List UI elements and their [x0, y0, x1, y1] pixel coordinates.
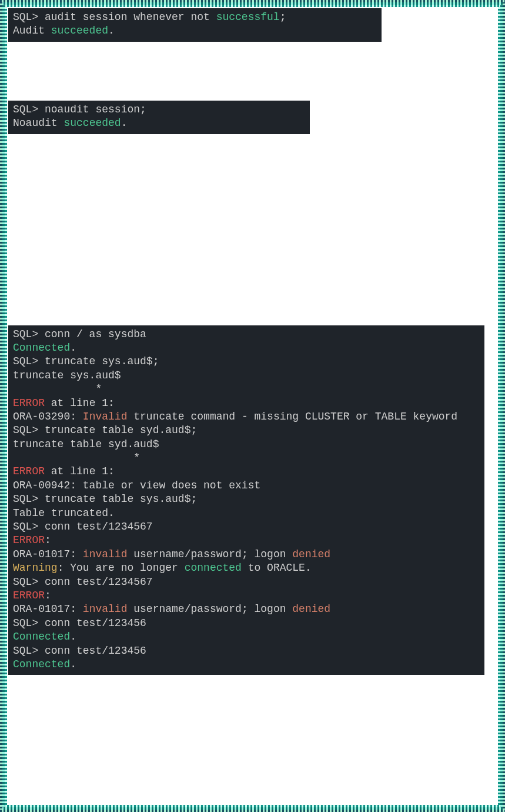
terminal-line: Audit succeeded.	[13, 24, 377, 38]
keyword-error: ERROR	[13, 397, 45, 409]
terminal-line: ERROR at line 1:	[13, 397, 480, 410]
text: to ORACLE.	[242, 562, 312, 574]
keyword-error: ERROR	[13, 534, 45, 546]
terminal-line: SQL> conn test/1234567	[13, 520, 480, 534]
terminal-line: SQL> conn test/1234567	[13, 575, 480, 589]
terminal-block-3: SQL> conn / as sysdbaConnected.SQL> trun…	[8, 325, 484, 675]
terminal-line: Connected.	[13, 630, 480, 644]
terminal-line: ORA-03290: Invalid truncate command - mi…	[13, 410, 480, 424]
terminal-line: *	[13, 382, 480, 396]
terminal-line: SQL> conn test/123456	[13, 617, 480, 630]
keyword-connected: connected	[185, 562, 242, 574]
keyword-succeeded: succeeded	[63, 117, 121, 129]
keyword-error: ERROR	[13, 590, 45, 601]
terminal-line: truncate sys.aud$	[13, 369, 480, 382]
keyword-successful: successful	[216, 11, 280, 23]
text: : You are no longer	[58, 562, 185, 574]
terminal-block-1: SQL> audit session whenever not successf…	[8, 8, 382, 42]
terminal-line: ERROR:	[13, 589, 480, 603]
text: SQL> audit session whenever not	[13, 11, 216, 23]
keyword-warning: Warning	[13, 562, 58, 574]
keyword-denied: denied	[292, 603, 330, 615]
terminal-line: SQL> audit session whenever not successf…	[13, 11, 377, 24]
terminal-line: ORA-01017: invalid username/password; lo…	[13, 603, 480, 616]
text: ORA-01017:	[13, 548, 83, 560]
keyword-invalid: Invalid	[83, 411, 128, 422]
status-connected: Connected	[13, 631, 70, 643]
terminal-line: truncate table syd.aud$	[13, 438, 480, 451]
text: at line 1:	[45, 397, 115, 409]
terminal-line: ORA-00942: table or view does not exist	[13, 479, 480, 492]
terminal-line: ORA-01017: invalid username/password; lo…	[13, 548, 480, 561]
text: Noaudit	[13, 117, 63, 129]
text: username/password; logon	[127, 603, 292, 615]
status-connected: Connected	[13, 658, 70, 670]
status-connected: Connected	[13, 342, 70, 354]
terminal-line: *	[13, 451, 480, 465]
terminal-line: Warning: You are no longer connected to …	[13, 561, 480, 575]
text: Audit	[13, 25, 51, 36]
terminal-line: SQL> noaudit session;	[13, 103, 305, 117]
text: .	[121, 117, 128, 129]
terminal-block-2: SQL> noaudit session;Noaudit succeeded.	[8, 101, 310, 134]
keyword-invalid: invalid	[83, 548, 128, 560]
terminal-line: ERROR:	[13, 534, 480, 547]
text: username/password; logon	[127, 548, 292, 560]
text: .	[108, 25, 115, 36]
terminal-line: Connected.	[13, 658, 480, 671]
text: :	[45, 590, 51, 601]
terminal-line: SQL> conn test/123456	[13, 644, 480, 658]
text: .	[70, 342, 76, 354]
text: ORA-01017:	[13, 603, 83, 615]
terminal-line: SQL> conn / as sysdba	[13, 328, 480, 341]
terminal-line: SQL> truncate sys.aud$;	[13, 355, 480, 368]
terminal-line: SQL> truncate table syd.aud$;	[13, 424, 480, 437]
text: :	[45, 534, 51, 546]
decorative-border: SQL> audit session whenever not successf…	[0, 0, 505, 812]
text: at line 1:	[45, 465, 115, 477]
terminal-line: ERROR at line 1:	[13, 465, 480, 478]
keyword-invalid: invalid	[83, 603, 128, 615]
keyword-succeeded: succeeded	[51, 25, 108, 36]
terminal-line: SQL> truncate table sys.aud$;	[13, 492, 480, 506]
page-content: SQL> audit session whenever not successf…	[8, 8, 497, 804]
terminal-line: Noaudit succeeded.	[13, 117, 305, 130]
text: ;	[280, 11, 286, 23]
text: ORA-03290:	[13, 411, 83, 422]
text: truncate command - missing CLUSTER or TA…	[127, 411, 457, 422]
keyword-error: ERROR	[13, 465, 45, 477]
keyword-denied: denied	[292, 548, 330, 560]
text: .	[70, 631, 76, 643]
text: .	[70, 658, 76, 670]
terminal-line: Table truncated.	[13, 507, 480, 520]
terminal-line: Connected.	[13, 341, 480, 355]
